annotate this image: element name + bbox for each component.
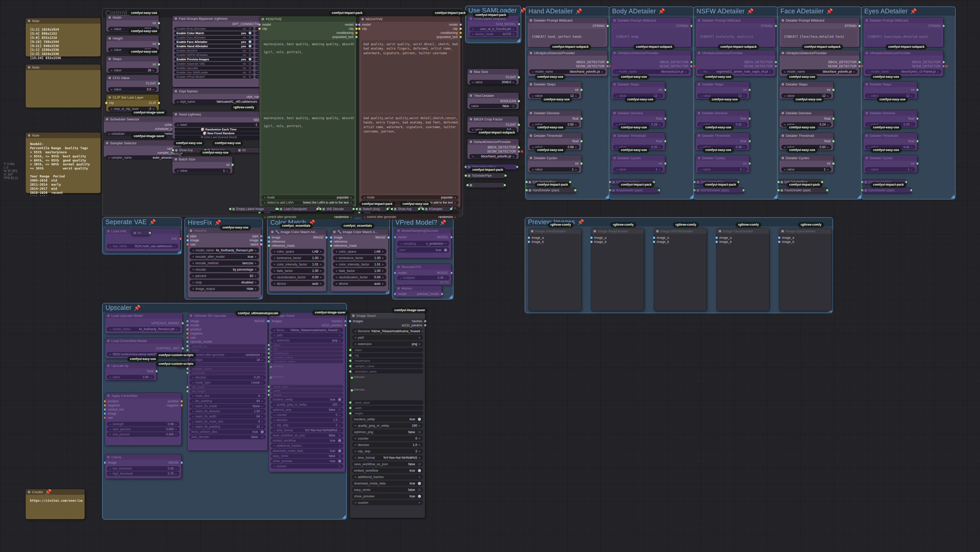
- text-block[interactable]: [28, 72, 99, 109]
- widget-item[interactable]: ◄.bbox/hand_yolov9c.pt►: [469, 154, 517, 159]
- toggle-lossless-webp[interactable]: lossless_webptrue: [352, 416, 423, 422]
- green-port-dot[interactable]: [832, 163, 835, 165]
- collapse-box-icon[interactable]: [107, 314, 110, 317]
- widget-image-output[interactable]: ◄image_outputHide►: [189, 286, 259, 291]
- output-port-row[interactable]: BBOX_DETECTOR: [611, 60, 691, 64]
- model-sampling-discrete[interactable]: ModelSamplingDiscretemodelMODEL◄sampling…: [395, 228, 451, 258]
- text-block[interactable]: [CONCAT] {face|face,detailed face}: [781, 29, 858, 46]
- toggle-embed-workflow[interactable]: embed_workflowtrue: [352, 468, 423, 473]
- node-titlebar[interactable]: Seed (rgthree): [172, 112, 265, 117]
- green-port-dot[interactable]: [690, 61, 692, 64]
- decrement-arrow-icon[interactable]: ◄: [110, 28, 113, 30]
- node-titlebar[interactable]: Detailer Prompt Wildcard: [863, 18, 943, 23]
- toggle-optimize-png[interactable]: optimize_pngfalse: [270, 407, 343, 412]
- widget-color-intensity-factor[interactable]: ◄color_intensity_factor1.01►: [271, 262, 324, 267]
- input-port-row[interactable]: reference_mask: [331, 244, 388, 248]
- increment-arrow-icon[interactable]: ►: [418, 501, 421, 504]
- int-mini[interactable]: Int: [131, 230, 150, 235]
- decrement-arrow-icon[interactable]: ◄: [335, 269, 337, 272]
- hiresfix-node[interactable]: HiresFixpipepipeimageimagevaelatent◄mode…: [188, 228, 261, 298]
- green-port-dot[interactable]: [826, 189, 828, 191]
- mahiro[interactable]: Mahiromodelpatched_model: [395, 286, 442, 297]
- input-port-row[interactable]: model: [188, 323, 267, 327]
- output-port-row[interactable]: float: [863, 116, 917, 121]
- increment-arrow-icon[interactable]: ►: [382, 257, 384, 259]
- fg-toggle-enable-vpred-model[interactable]: Enable VPred Model?no: [174, 75, 254, 79]
- collapse-box-icon[interactable]: [398, 266, 400, 268]
- output-port-row[interactable]: FLOAT: [468, 75, 519, 79]
- decrement-arrow-icon[interactable]: ◄: [399, 276, 401, 279]
- collapse-box-icon[interactable]: [361, 18, 364, 20]
- increment-arrow-icon[interactable]: ►: [176, 328, 178, 331]
- preview-hand-detailer[interactable]: Image HandDetailerimage_aimage_b: [529, 228, 581, 311]
- green-port-dot[interactable]: [172, 149, 174, 152]
- collapse-box-icon[interactable]: [108, 96, 111, 99]
- decrement-arrow-icon[interactable]: ◄: [176, 169, 179, 172]
- input-widget-tile-height[interactable]: tile_height: [189, 389, 266, 393]
- node-titlebar[interactable]: Sampler Selector: [103, 140, 181, 146]
- green-port-dot[interactable]: [580, 163, 582, 165]
- decrement-arrow-icon[interactable]: ◄: [699, 146, 702, 148]
- increment-arrow-icon[interactable]: ►: [382, 269, 384, 272]
- node-titlebar[interactable]: ModelSamplingDiscrete: [395, 228, 451, 233]
- widget-high-threshold[interactable]: ◄high_threshold0.75►: [107, 471, 180, 476]
- output-port-row[interactable]: populated_text: [359, 35, 460, 39]
- node-titlebar[interactable]: Detailer Threshold: [527, 133, 581, 139]
- collapse-box-icon[interactable]: [470, 94, 472, 97]
- input-port-row[interactable]: image_a: [716, 236, 769, 240]
- output-port-row[interactable]: float: [863, 139, 917, 143]
- node-titlebar[interactable]: UltralyticsDetectorProvider: [863, 50, 943, 56]
- green-port-dot[interactable]: [316, 208, 319, 210]
- gray-port-dot[interactable]: [690, 65, 692, 67]
- widget-end-percent[interactable]: ◄end_percent0.300►: [107, 432, 180, 437]
- widget-seam-fix-padding[interactable]: ◄seam_fix_padding32►: [189, 424, 266, 429]
- green-port-dot[interactable]: [319, 208, 321, 210]
- increment-arrow-icon[interactable]: ►: [350, 196, 353, 199]
- collapse-box-icon[interactable]: [529, 181, 531, 183]
- fg-toggle-enable-hiresfix[interactable]: Enable HiresFixno: [174, 49, 254, 53]
- gray-port-dot[interactable]: [606, 65, 609, 67]
- increment-arrow-icon[interactable]: ►: [418, 475, 421, 478]
- widget-fade-factor[interactable]: ◄fade_factor1.00►: [333, 268, 387, 273]
- input-port-row[interactable]: image_a: [654, 236, 706, 240]
- increment-arrow-icon[interactable]: ►: [827, 146, 829, 148]
- collapse-box-icon[interactable]: [865, 83, 868, 86]
- tiled-detailer[interactable]: Tiled DetailerBOOLEANvaluefalse: [468, 93, 519, 109]
- output-port-row[interactable]: FLOAT: [468, 123, 519, 127]
- collapse-box-icon[interactable]: [612, 181, 615, 183]
- collapse-box-icon[interactable]: [781, 230, 784, 232]
- widget-denoise[interactable]: ◄denoise1.0►: [352, 442, 423, 448]
- fg-toggle-enable-seperate-vae[interactable]: Enable Seperate VAEno: [174, 62, 254, 66]
- collapse-box-icon[interactable]: [613, 134, 616, 137]
- widget-seam-fix-denoise[interactable]: ◄seam_fix_denoise1.00►: [189, 409, 266, 413]
- increment-arrow-icon[interactable]: ►: [418, 424, 421, 427]
- decrement-arrow-icon[interactable]: ◄: [273, 329, 275, 332]
- text-block[interactable]: [CONCAT] {nsfw|nsfw, explicit}: [698, 29, 773, 46]
- green-port-dot[interactable]: [450, 208, 452, 210]
- widget-value[interactable]: ◄value1►: [613, 167, 663, 172]
- collapse-box-icon[interactable]: [28, 491, 30, 493]
- node-titlebar[interactable]: Batch Size: [172, 156, 232, 162]
- decrement-arrow-icon[interactable]: ◄: [699, 123, 702, 126]
- increment-arrow-icon[interactable]: ►: [339, 334, 341, 337]
- green-port-dot[interactable]: [504, 175, 507, 177]
- green-port-dot[interactable]: [861, 181, 864, 183]
- increment-arrow-icon[interactable]: ►: [454, 216, 457, 219]
- image-color-match-1[interactable]: 🔧 Image Color Match Ad...imageIMAGErefer…: [269, 229, 326, 291]
- teal-port-dot[interactable]: [104, 408, 106, 411]
- decrement-arrow-icon[interactable]: ◄: [192, 274, 194, 277]
- green-port-dot[interactable]: [942, 25, 945, 27]
- image-color-match-2[interactable]: 🔧 Image Color Match A...imageIMAGErefere…: [331, 229, 388, 291]
- blue-port-dot[interactable]: [528, 237, 530, 239]
- output-port-row[interactable]: int: [863, 161, 917, 166]
- gray-port-dot[interactable]: [186, 235, 189, 238]
- node-titlebar[interactable]: Detailer Steps: [527, 81, 581, 87]
- group-title[interactable]: HiresFix📌: [188, 219, 221, 226]
- output-port-row[interactable]: conditioning: [259, 31, 356, 35]
- rescale-cfg[interactable]: RescaleCFGmodelMODEL◄multiplier0.45►[BET…: [395, 264, 451, 285]
- collapse-box-icon[interactable]: [106, 118, 108, 120]
- collapse-box-icon[interactable]: [530, 157, 532, 159]
- decrement-arrow-icon[interactable]: ◄: [699, 70, 702, 73]
- input-widget-width[interactable]: width: [352, 406, 423, 410]
- collapse-box-icon[interactable]: [782, 83, 784, 86]
